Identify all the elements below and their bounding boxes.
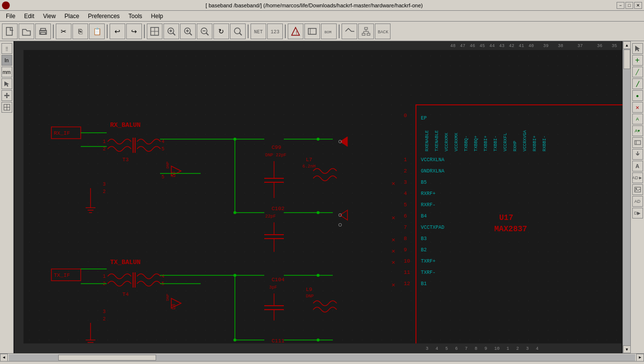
status-bar: C126 component found Z 2.75 X 8.450 Y 6.…: [0, 361, 644, 364]
svg-text:GNDRXLNA: GNDRXLNA: [421, 169, 444, 174]
scroll-thumb[interactable]: [623, 49, 630, 69]
select-tool[interactable]: [1, 78, 12, 89]
unit-in-button[interactable]: In: [1, 55, 12, 66]
zoom-out-button[interactable]: [197, 24, 212, 39]
netnavigator-button[interactable]: [342, 24, 357, 39]
netlabel-tool[interactable]: A: [632, 114, 643, 124]
main-area: ⣿ In mm 48: [0, 41, 644, 353]
svg-text:DNP 22pF: DNP 22pF: [265, 153, 286, 158]
bus-tool[interactable]: ╱: [632, 78, 643, 89]
globalnet-tool[interactable]: A▾: [632, 125, 643, 136]
svg-text:4: 4: [161, 274, 164, 279]
h-scroll-track[interactable]: [9, 354, 635, 361]
menu-preferences[interactable]: Preferences: [84, 12, 124, 21]
svg-text:RXHP: RXHP: [513, 141, 518, 151]
hierarchy-button[interactable]: [358, 24, 374, 39]
svg-text:VCCRXMX: VCCRXMX: [444, 133, 449, 151]
junction-tool[interactable]: ●: [632, 90, 643, 101]
svg-text:35: 35: [612, 44, 617, 49]
minimize-button[interactable]: −: [617, 2, 624, 9]
menu-edit[interactable]: Edit: [20, 12, 38, 21]
scroll-left-button[interactable]: ◄: [0, 354, 8, 362]
svg-text:5: 5: [445, 346, 448, 351]
vertical-scrollbar[interactable]: ▲ ▼: [622, 41, 630, 353]
svg-text:T3: T3: [122, 157, 129, 163]
svg-line-19: [239, 33, 242, 35]
back-button[interactable]: BACK: [375, 24, 391, 39]
svg-text:TXENABLE: TXENABLE: [435, 130, 439, 151]
cut-button[interactable]: ✂: [56, 24, 71, 39]
canvas-area[interactable]: 48 47 46 45 44 43 42 41 40 39 38 37 36 3…: [14, 41, 622, 353]
scroll-track[interactable]: [623, 49, 630, 345]
menu-help[interactable]: Help: [147, 12, 167, 21]
svg-text:3: 3: [103, 182, 106, 187]
text-tool[interactable]: A: [632, 161, 643, 171]
move-tool[interactable]: [1, 90, 12, 101]
close-button[interactable]: ✕: [634, 2, 642, 9]
copy-button[interactable]: ⎘: [72, 24, 88, 39]
zoom-in-button[interactable]: [180, 24, 196, 39]
svg-text:C99: C99: [272, 145, 281, 150]
svg-rect-223: [23, 343, 621, 353]
unit-mm-button[interactable]: mm: [1, 67, 12, 77]
svg-text:7: 7: [465, 346, 467, 351]
svg-text:TXRF-: TXRF-: [421, 270, 436, 275]
annotate-button[interactable]: 123: [267, 24, 283, 39]
noconnect-tool[interactable]: ×: [632, 102, 643, 113]
zoom-tool[interactable]: [1, 102, 12, 113]
redo-button[interactable]: ↪: [126, 24, 142, 39]
sheet-tool[interactable]: AD: [632, 196, 643, 207]
svg-text:8: 8: [475, 346, 477, 351]
symbol-tool[interactable]: [632, 137, 643, 148]
svg-point-200: [233, 339, 236, 341]
power-tool[interactable]: [632, 149, 643, 160]
sep3: [144, 24, 145, 38]
svg-text:9: 9: [484, 346, 487, 351]
horizontal-scrollbar[interactable]: ◄ ►: [0, 353, 644, 361]
text-tool-2[interactable]: AD►: [632, 172, 643, 183]
navigate-tool[interactable]: D▶: [632, 208, 643, 218]
wire-tool[interactable]: ╱: [632, 67, 643, 77]
menu-tools[interactable]: Tools: [125, 12, 146, 21]
svg-text:4: 4: [436, 346, 438, 351]
scroll-down-button[interactable]: ▼: [623, 345, 631, 353]
new-button[interactable]: [2, 24, 18, 39]
svg-text:3: 3: [426, 346, 428, 351]
scroll-right-button[interactable]: ►: [636, 354, 644, 362]
find-button[interactable]: [230, 24, 246, 39]
svg-text:123: 123: [271, 29, 279, 35]
erc-button[interactable]: !: [288, 24, 303, 39]
scroll-up-button[interactable]: ▲: [623, 41, 631, 49]
bom-button[interactable]: BOM: [321, 24, 337, 39]
fields-button[interactable]: [304, 24, 320, 39]
zoom-in-right[interactable]: +: [632, 55, 643, 66]
image-tool[interactable]: [632, 184, 643, 195]
netlist-button[interactable]: NET: [251, 24, 266, 39]
paste-button[interactable]: 📋: [89, 24, 105, 39]
svg-rect-237: [635, 141, 641, 145]
print-button[interactable]: [35, 24, 51, 39]
svg-text:12: 12: [404, 281, 410, 287]
cursor-tool-right[interactable]: [632, 43, 643, 54]
svg-point-199: [233, 274, 236, 277]
svg-text:VCCRXMX: VCCRXMX: [454, 133, 459, 151]
svg-text:L9: L9: [306, 287, 312, 292]
maximize-button[interactable]: □: [625, 2, 633, 9]
svg-text:3: 3: [103, 309, 106, 315]
undo-button[interactable]: ↩: [110, 24, 125, 39]
menu-place[interactable]: Place: [61, 12, 83, 21]
svg-text:VCCRXLNA: VCCRXLNA: [421, 157, 444, 163]
open-button[interactable]: [19, 24, 34, 39]
svg-text:4: 4: [536, 346, 538, 351]
svg-text:5: 5: [161, 174, 164, 180]
svg-text:DNP: DNP: [306, 294, 314, 299]
svg-text:47: 47: [460, 44, 465, 49]
menu-file[interactable]: File: [2, 12, 19, 21]
refresh-button[interactable]: ↻: [213, 24, 229, 39]
left-toolbar: ⣿ In mm: [0, 41, 14, 353]
menu-view[interactable]: View: [39, 12, 60, 21]
zoom-area-button[interactable]: [163, 24, 179, 39]
svg-text:MAX2837: MAX2837: [494, 225, 527, 234]
h-scroll-thumb[interactable]: [58, 355, 156, 361]
zoom-fit-button[interactable]: [147, 24, 162, 39]
